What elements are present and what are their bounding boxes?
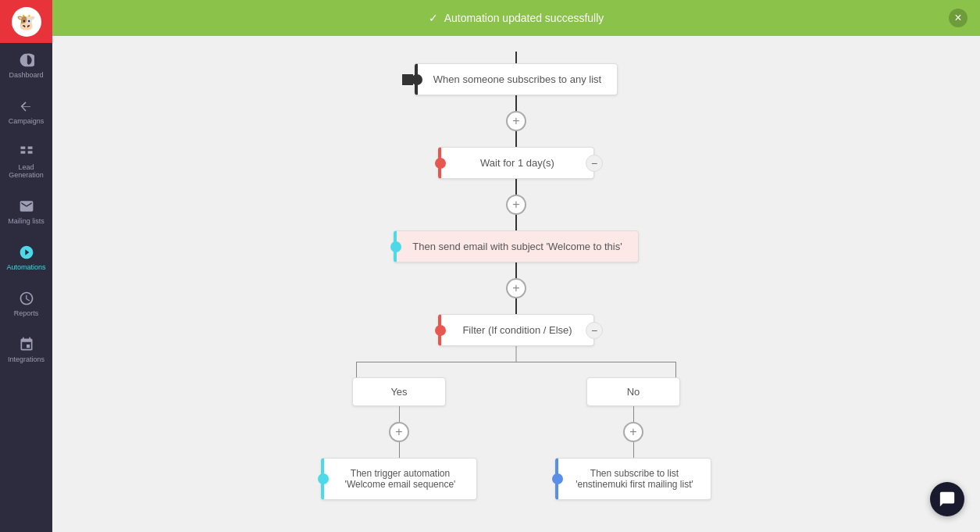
add-yes-step-button[interactable]: +	[389, 422, 409, 442]
yes-action-dot	[318, 473, 329, 484]
no-label: No	[627, 386, 640, 398]
filter-node-wrapper: Filter (If condition / Else) −	[438, 314, 594, 346]
integrations-label: Integrations	[8, 355, 45, 364]
svg-rect-1	[27, 146, 32, 148]
add-step-1-button[interactable]: +	[506, 111, 526, 131]
success-banner: ✓ Automation updated successfully ×	[52, 0, 980, 36]
chat-widget-button[interactable]	[930, 482, 964, 516]
connector-1	[515, 95, 517, 111]
app-logo-icon: 🐮	[12, 7, 41, 37]
sidebar-item-mailing-lists[interactable]: Mailing lists	[0, 189, 52, 235]
email-node-text: Then send email with subject 'Welcome to…	[412, 241, 622, 252]
sidebar: 🐮 Dashboard Campaigns Lead Generation Ma…	[0, 0, 52, 532]
connector-3	[515, 179, 517, 195]
add-step-2-button[interactable]: +	[506, 195, 526, 215]
no-action-node[interactable]: Then subscribe to list 'enstinemuki firs…	[555, 458, 711, 500]
no-button[interactable]: No	[586, 377, 680, 406]
connector-4	[515, 215, 517, 230]
email-node[interactable]: Then send email with subject 'Welcome to…	[394, 230, 638, 262]
sidebar-item-lead-generation[interactable]: Lead Generation	[0, 135, 52, 190]
trigger-node-wrapper: When someone subscribes to any list	[415, 63, 618, 95]
add-step-3-button[interactable]: +	[506, 278, 526, 298]
flow-canvas: When someone subscribes to any list + Wa…	[52, 36, 980, 532]
yes-label: Yes	[390, 386, 407, 398]
mailing-lists-icon	[19, 198, 34, 214]
svg-rect-2	[20, 151, 25, 153]
reports-icon	[19, 291, 34, 306]
no-branch: No + Then subscribe to list 'enstinemuki…	[555, 377, 711, 500]
trigger-node[interactable]: When someone subscribes to any list	[415, 63, 618, 95]
yes-branch: Yes + Then trigger automation 'Welcome e…	[321, 377, 477, 500]
no-connector-2	[633, 442, 634, 458]
automations-label: Automations	[6, 263, 45, 272]
banner-close-button[interactable]: ×	[949, 9, 968, 27]
wait-node[interactable]: Wait for 1 day(s) −	[438, 147, 594, 179]
trigger-section: When someone subscribes to any list	[415, 52, 618, 95]
integrations-icon	[19, 337, 34, 352]
campaigns-label: Campaigns	[9, 117, 45, 126]
reports-label: Reports	[14, 309, 39, 318]
banner-message: Automation updated successfully	[444, 12, 604, 24]
yes-button[interactable]: Yes	[352, 377, 446, 406]
sidebar-item-campaigns[interactable]: Campaigns	[0, 89, 52, 135]
automations-icon	[19, 245, 34, 260]
branch-lines	[321, 346, 711, 377]
yes-action-node[interactable]: Then trigger automation 'Welcome email s…	[321, 458, 477, 500]
filter-node[interactable]: Filter (If condition / Else) −	[438, 314, 594, 346]
yes-action-text: Then trigger automation 'Welcome email s…	[345, 468, 456, 490]
sidebar-logo[interactable]: 🐮	[0, 0, 52, 43]
connector-2	[515, 131, 517, 147]
lead-generation-icon	[19, 145, 34, 160]
wait-node-text: Wait for 1 day(s)	[480, 157, 554, 169]
wait-node-wrapper: Wait for 1 day(s) −	[438, 147, 594, 179]
dashboard-icon	[19, 52, 34, 68]
yes-connector-2	[399, 442, 400, 458]
svg-rect-0	[20, 146, 25, 148]
sidebar-item-dashboard[interactable]: Dashboard	[0, 43, 52, 89]
no-action-dot	[552, 473, 563, 484]
no-connector-1	[633, 406, 634, 422]
flow-container: When someone subscribes to any list + Wa…	[204, 36, 829, 532]
connector-5	[515, 262, 517, 278]
trigger-node-text: When someone subscribes to any list	[433, 73, 601, 85]
lead-generation-label: Lead Generation	[4, 163, 48, 180]
svg-rect-3	[27, 151, 32, 153]
sidebar-item-reports[interactable]: Reports	[0, 281, 52, 327]
yes-connector-1	[399, 406, 400, 422]
campaigns-icon	[19, 98, 34, 114]
branch-container: Yes + Then trigger automation 'Welcome e…	[321, 377, 711, 500]
main-content: ✓ Automation updated successfully × When…	[52, 0, 980, 532]
sidebar-item-automations[interactable]: Automations	[0, 235, 52, 281]
check-icon: ✓	[429, 12, 438, 24]
no-action-text: Then subscribe to list 'enstinemuki firs…	[576, 468, 693, 490]
connector-6	[515, 298, 517, 314]
sidebar-item-integrations[interactable]: Integrations	[0, 327, 52, 373]
mailing-lists-label: Mailing lists	[8, 217, 45, 226]
dashboard-label: Dashboard	[9, 71, 43, 80]
email-node-wrapper: Then send email with subject 'Welcome to…	[394, 230, 638, 262]
filter-node-text: Filter (If condition / Else)	[462, 324, 572, 336]
add-no-step-button[interactable]: +	[623, 422, 643, 442]
